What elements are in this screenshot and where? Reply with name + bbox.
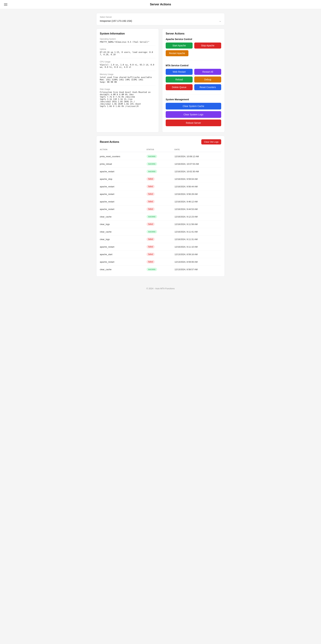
status-badge: failed: [147, 185, 155, 188]
server-select-value: Iresponse (157.173.192.154): [100, 20, 132, 22]
date-cell: 12/16/2024, 9:11:41 AM: [174, 230, 221, 233]
table-body: pmta_reset_counterssuccess12/16/2024, 10…: [100, 153, 221, 273]
status-badge: success: [147, 170, 157, 173]
footer: © 2024 - Auto MTA Functions: [0, 284, 321, 293]
recent-header: Recent Actions Clear Old Logs: [100, 139, 221, 144]
col-date: DATE: [174, 148, 221, 150]
table-header: ACTION STATUS DATE: [100, 147, 221, 152]
clear-system-cache-button[interactable]: Clear System Cache: [166, 103, 221, 110]
mta-btn-row-1: Web Restart Restart All: [166, 69, 221, 75]
apache-service-group: Apache Service Control Start Apache Stop…: [166, 38, 221, 61]
date-cell: 12/16/2024, 9:59:04 AM: [174, 178, 221, 180]
status-cell: failed: [147, 192, 174, 196]
status-badge: success: [147, 162, 157, 166]
table-row: apache_restartfailed12/13/2024, 8:59:06 …: [100, 258, 221, 266]
date-cell: 12/16/2024, 9:11:31 AM: [174, 238, 221, 240]
info-value: total used free shared buff/cache availa…: [100, 76, 155, 83]
action-cell: clear_cache: [100, 230, 147, 233]
table-row: clear_cachesuccess12/16/2024, 9:12:23 AM: [100, 213, 221, 220]
status-cell: success: [147, 215, 174, 218]
status-cell: success: [147, 155, 174, 158]
mta-btn-row-3: Delete Queue Reset Counters: [166, 84, 221, 90]
status-badge: success: [147, 155, 157, 158]
date-cell: 12/13/2024, 8:58:57 AM: [174, 268, 221, 271]
info-item: Operating SystemPRETTY_NAME="AlmaLinux 9…: [100, 38, 155, 46]
action-cell: apache_restart: [100, 261, 147, 263]
server-select-row: Iresponse (157.173.192.154) ⌄: [100, 19, 221, 22]
status-cell: failed: [147, 208, 174, 211]
action-cell: apache_restart: [100, 170, 147, 173]
info-value: Filesystem Size Used Avail Use% Mounted …: [100, 91, 155, 108]
status-badge: failed: [147, 177, 155, 181]
web-restart-button[interactable]: Web Restart: [166, 69, 193, 75]
status-cell: failed: [147, 238, 174, 241]
info-value: 07:43:16 up 1:15, 0 users, load average:…: [100, 51, 155, 56]
restart-apache-button[interactable]: Restart Apache: [166, 50, 188, 56]
action-cell: clear_logs: [100, 223, 147, 226]
start-apache-button[interactable]: Start Apache: [166, 42, 193, 48]
status-badge: failed: [147, 192, 155, 196]
clear-system-logs-button[interactable]: Clear System Logs: [166, 111, 221, 118]
info-value: PRETTY_NAME="AlmaLinux 9.5 (Teal Serval)…: [100, 41, 155, 43]
table-row: apache_restartfailed12/16/2024, 9:11:10 …: [100, 243, 221, 250]
action-cell: clear_cache: [100, 216, 147, 218]
table-row: apache_startfailed12/13/2024, 8:59:16 AM: [100, 250, 221, 258]
date-cell: 12/16/2024, 9:56:44 AM: [174, 185, 221, 188]
main-content: Select Server Iresponse (157.173.192.154…: [94, 9, 227, 284]
action-cell: pmta_reload: [100, 163, 147, 165]
date-cell: 12/16/2024, 9:56:28 AM: [174, 193, 221, 195]
server-select-card[interactable]: Select Server Iresponse (157.173.192.154…: [96, 13, 225, 25]
table-row: clear_cachesuccess12/13/2024, 8:58:57 AM: [100, 266, 221, 273]
reload-button[interactable]: Reload: [166, 76, 193, 82]
recent-actions-section: Recent Actions Clear Old Logs ACTION STA…: [96, 136, 225, 276]
action-cell: apache_restart: [100, 246, 147, 248]
action-cell: apache_restart: [100, 193, 147, 195]
date-cell: 12/16/2024, 9:11:10 AM: [174, 246, 221, 248]
action-cell: pmta_reset_counters: [100, 155, 147, 158]
status-badge: success: [147, 268, 157, 271]
clear-old-logs-button[interactable]: Clear Old Logs: [201, 139, 221, 144]
mta-subtitle: MTA Service Control: [166, 64, 221, 67]
status-cell: failed: [147, 260, 174, 264]
status-badge: failed: [147, 238, 155, 241]
status-cell: failed: [147, 222, 174, 226]
table-row: pmta_reloadsuccess12/16/2024, 10:07:53 A…: [100, 160, 221, 168]
server-select-label: Select Server: [100, 16, 221, 18]
date-cell: 12/16/2024, 9:11:58 AM: [174, 223, 221, 226]
table-row: pmta_reset_counterssuccess12/16/2024, 10…: [100, 153, 221, 160]
stop-apache-button[interactable]: Stop Apache: [194, 42, 221, 48]
table-row: apache_restartsuccess12/16/2024, 10:02:3…: [100, 168, 221, 175]
status-badge: failed: [147, 208, 155, 211]
action-cell: clear_logs: [100, 238, 147, 240]
table-row: apache_stopfailed12/16/2024, 9:59:04 AM: [100, 175, 221, 183]
action-cell: apache_stop: [100, 178, 147, 180]
action-cell: apache_start: [100, 253, 147, 256]
info-item: CPU Usage%Cpu(s): 1.0 us, 1.0 sy, 0.0 ni…: [100, 60, 155, 71]
reset-counters-button[interactable]: Reset Counters: [194, 84, 221, 90]
status-cell: success: [147, 230, 174, 233]
status-badge: failed: [147, 260, 155, 264]
info-label: CPU Usage: [100, 60, 155, 63]
apache-btn-row-2: Restart Apache: [166, 50, 221, 56]
status-cell: success: [147, 268, 174, 271]
header: Server Actions: [0, 0, 321, 9]
table-row: clear_cachesuccess12/16/2024, 9:11:41 AM: [100, 228, 221, 236]
delete-queue-button[interactable]: Delete Queue: [166, 84, 193, 90]
date-cell: 12/16/2024, 10:02:30 AM: [174, 170, 221, 173]
status-cell: failed: [147, 252, 174, 256]
action-cell: apache_restart: [100, 200, 147, 203]
reboot-server-button[interactable]: Reboot Server: [166, 120, 221, 126]
system-info-items: Operating SystemPRETTY_NAME="AlmaLinux 9…: [100, 38, 155, 110]
action-cell: apache_restart: [100, 208, 147, 210]
system-management-group: System Management Clear System Cache Cle…: [166, 98, 221, 129]
status-badge: failed: [147, 252, 155, 256]
debug-button[interactable]: Debug: [194, 76, 221, 82]
status-cell: failed: [147, 200, 174, 203]
table-row: apache_restartfailed12/16/2024, 9:44:53 …: [100, 206, 221, 213]
restart-all-button[interactable]: Restart All: [194, 69, 221, 75]
info-label: Disk Usage: [100, 88, 155, 90]
hamburger-menu[interactable]: [4, 3, 7, 6]
server-actions-title: Server Actions: [166, 32, 221, 35]
status-badge: failed: [147, 245, 155, 248]
date-cell: 12/16/2024, 9:12:23 AM: [174, 216, 221, 218]
